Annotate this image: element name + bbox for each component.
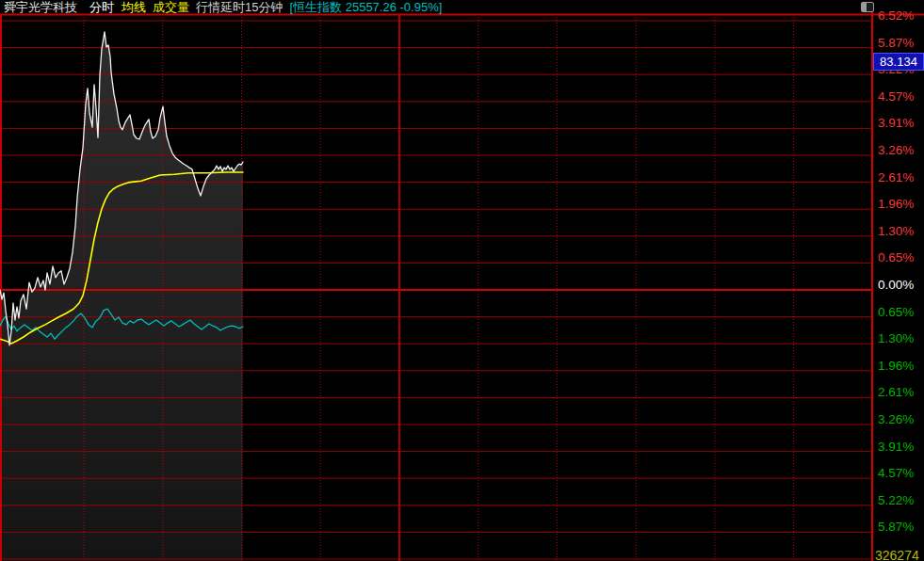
intraday-chart[interactable]: [0, 0, 924, 561]
index-quote[interactable]: [恒生指数 25557.26 -0.95%]: [289, 0, 442, 14]
toggle-volume[interactable]: 成交量: [153, 0, 189, 14]
y-axis-label-zero: 0.00%: [878, 278, 923, 293]
y-axis-label-down: 5.22%: [878, 493, 923, 508]
panel-toggle-icon-fill: [862, 3, 867, 11]
y-axis-label-down: 1.30%: [878, 331, 923, 346]
header-bar: 舜宇光学科技 分时 均线 成交量 行情延时15分钟 [恒生指数 25557.26…: [0, 0, 924, 14]
price-tag: 83.134: [873, 53, 924, 71]
y-axis-label-down: 3.91%: [878, 440, 923, 455]
price-area-fill: [0, 32, 243, 561]
y-axis-label-down: 3.26%: [878, 412, 923, 427]
trading-app-screen: 舜宇光学科技 分时 均线 成交量 行情延时15分钟 [恒生指数 25557.26…: [0, 0, 924, 561]
y-axis-label-down: 5.87%: [878, 520, 923, 535]
y-axis-label-up: 3.26%: [878, 143, 923, 158]
volume-axis-label: 326274: [875, 549, 919, 561]
tab-minute-chart[interactable]: 分时: [89, 0, 114, 14]
toggle-ma-line[interactable]: 均线: [122, 0, 146, 14]
y-axis-label-up: 3.91%: [878, 116, 923, 131]
panel-toggle-icon[interactable]: [861, 2, 874, 12]
y-axis-label-up: 1.30%: [878, 224, 923, 239]
y-axis-label-down: 0.65%: [878, 305, 923, 320]
y-axis-label-up: 5.87%: [878, 36, 923, 51]
y-axis-label-up: 2.61%: [878, 170, 923, 185]
y-axis-label-up: 0.65%: [878, 250, 923, 265]
y-axis-label-up: 4.57%: [878, 89, 923, 104]
y-axis-label-down: 1.96%: [878, 359, 923, 374]
y-axis-label-down: 2.61%: [878, 385, 923, 400]
delay-notice: 行情延时15分钟: [196, 0, 283, 14]
stock-name: 舜宇光学科技: [4, 0, 77, 14]
y-axis-label-down: 4.57%: [878, 466, 923, 481]
y-axis-label-up: 1.96%: [878, 197, 923, 212]
